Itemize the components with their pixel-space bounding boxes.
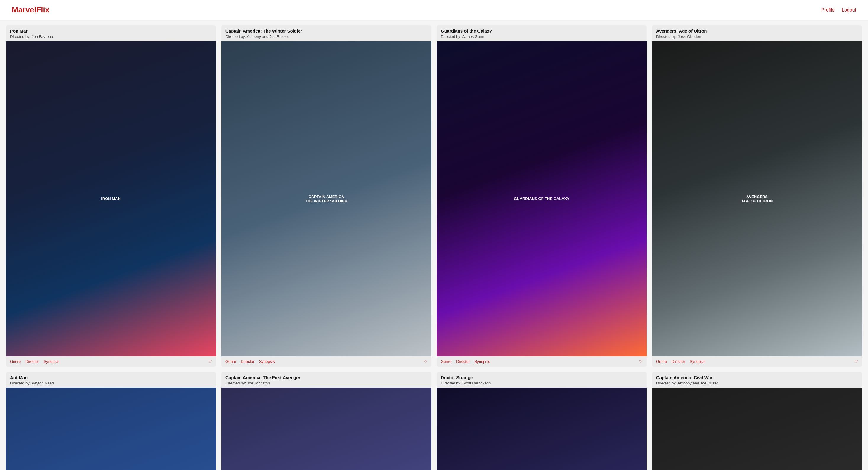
movie-title: Guardians of the Galaxy xyxy=(441,28,643,33)
director-link[interactable]: Director xyxy=(672,359,685,364)
movie-director: Directed by: Peyton Reed xyxy=(10,381,212,385)
movie-card-ant-man: Ant Man Directed by: Peyton Reed ANT-MAN… xyxy=(6,372,216,470)
movie-card-footer: Genre Director Synopsis ♡ xyxy=(437,356,647,367)
movie-card-captain-america-winter-soldier: Captain America: The Winter Soldier Dire… xyxy=(221,25,431,367)
movie-poster[interactable]: CAPTAIN AMERICATHE FIRST AVENGER xyxy=(221,388,431,470)
movie-director: Directed by: Anthony and Joe Russo xyxy=(225,34,427,39)
movie-poster[interactable]: DOCTOR STRANGE xyxy=(437,388,647,470)
movie-card-footer: Genre Director Synopsis ♡ xyxy=(6,356,216,367)
favorite-icon[interactable]: ♡ xyxy=(855,359,858,364)
movie-director: Directed by: Joe Johnston xyxy=(225,381,427,385)
director-link[interactable]: Director xyxy=(241,359,254,364)
favorite-icon[interactable]: ♡ xyxy=(208,359,212,364)
movie-card-avengers-age-of-ultron: Avengers: Age of Ultron Directed by: Jos… xyxy=(652,25,862,367)
movie-card-header: Doctor Strange Directed by: Scott Derric… xyxy=(437,372,647,388)
logout-link[interactable]: Logout xyxy=(842,7,856,13)
movie-card-guardians-of-the-galaxy: Guardians of the Galaxy Directed by: Jam… xyxy=(437,25,647,367)
movie-title: Captain America: The First Avenger xyxy=(225,375,427,380)
genre-link[interactable]: Genre xyxy=(10,359,21,364)
director-link[interactable]: Director xyxy=(456,359,470,364)
movie-title: Doctor Strange xyxy=(441,375,643,380)
movie-title: Captain America: The Winter Soldier xyxy=(225,28,427,33)
genre-link[interactable]: Genre xyxy=(441,359,452,364)
movie-title: Avengers: Age of Ultron xyxy=(656,28,858,33)
movie-poster[interactable]: IRON MAN xyxy=(6,41,216,356)
movie-title: Captain America: Civil War xyxy=(656,375,858,380)
header-nav: Profile Logout xyxy=(821,7,856,13)
synopsis-link[interactable]: Synopsis xyxy=(474,359,490,364)
movie-card-captain-america-civil-war: Captain America: Civil War Directed by: … xyxy=(652,372,862,470)
header: MarvelFlix Profile Logout xyxy=(0,0,868,20)
genre-link[interactable]: Genre xyxy=(656,359,667,364)
movie-card-doctor-strange: Doctor Strange Directed by: Scott Derric… xyxy=(437,372,647,470)
movie-card-header: Avengers: Age of Ultron Directed by: Jos… xyxy=(652,25,862,41)
movie-director: Directed by: Joss Whedon xyxy=(656,34,858,39)
genre-link[interactable]: Genre xyxy=(225,359,236,364)
synopsis-link[interactable]: Synopsis xyxy=(259,359,275,364)
movie-card-captain-america-first-avenger: Captain America: The First Avenger Direc… xyxy=(221,372,431,470)
movie-card-iron-man: Iron Man Directed by: Jon Favreau IRON M… xyxy=(6,25,216,367)
movie-title: Ant Man xyxy=(10,375,212,380)
director-link[interactable]: Director xyxy=(26,359,39,364)
synopsis-link[interactable]: Synopsis xyxy=(690,359,706,364)
movie-card-header: Ant Man Directed by: Peyton Reed xyxy=(6,372,216,388)
movie-card-header: Guardians of the Galaxy Directed by: Jam… xyxy=(437,25,647,41)
movie-poster[interactable]: AVENGERSAGE OF ULTRON xyxy=(652,41,862,356)
movie-grid: Iron Man Directed by: Jon Favreau IRON M… xyxy=(0,20,868,470)
movie-director: Directed by: Scott Derrickson xyxy=(441,381,643,385)
profile-link[interactable]: Profile xyxy=(821,7,835,13)
movie-card-footer: Genre Director Synopsis ♡ xyxy=(221,356,431,367)
movie-card-header: Iron Man Directed by: Jon Favreau xyxy=(6,25,216,41)
movie-card-header: Captain America: The Winter Soldier Dire… xyxy=(221,25,431,41)
movie-poster[interactable]: CAPTAIN AMERICATHE WINTER SOLDIER xyxy=(221,41,431,356)
movie-poster[interactable]: ANT-MAN xyxy=(6,388,216,470)
movie-card-header: Captain America: The First Avenger Direc… xyxy=(221,372,431,388)
movie-poster[interactable]: GUARDIANS OF THE GALAXY xyxy=(437,41,647,356)
movie-poster[interactable]: CAPTAIN AMERICACIVIL WAR xyxy=(652,388,862,470)
logo: MarvelFlix xyxy=(12,5,50,14)
movie-card-header: Captain America: Civil War Directed by: … xyxy=(652,372,862,388)
movie-card-footer: Genre Director Synopsis ♡ xyxy=(652,356,862,367)
movie-director: Directed by: James Gunn xyxy=(441,34,643,39)
synopsis-link[interactable]: Synopsis xyxy=(44,359,59,364)
favorite-icon[interactable]: ♡ xyxy=(424,359,427,364)
movie-director: Directed by: Jon Favreau xyxy=(10,34,212,39)
movie-title: Iron Man xyxy=(10,28,212,33)
favorite-icon[interactable]: ♡ xyxy=(639,359,643,364)
movie-director: Directed by: Anthony and Joe Russo xyxy=(656,381,858,385)
